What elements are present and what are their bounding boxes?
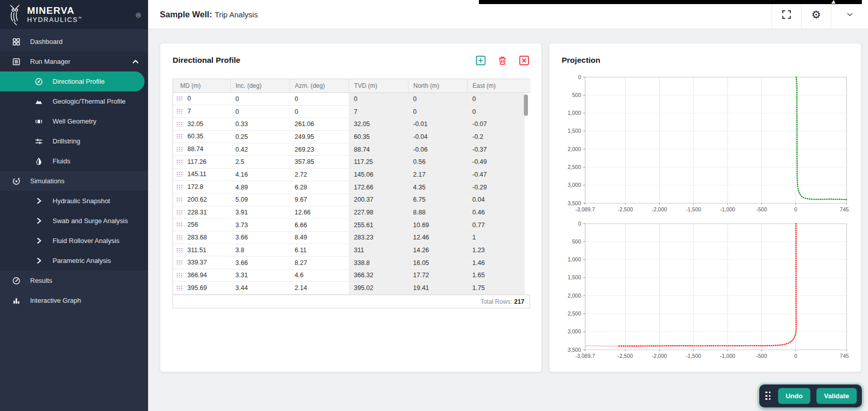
cell-value[interactable]: 0.25 bbox=[230, 131, 290, 143]
table-row[interactable]: 339.373.668.27338.816.051.46 bbox=[173, 256, 531, 269]
header-dropdown-button[interactable] bbox=[831, 0, 868, 29]
cell-value[interactable]: 6.11 bbox=[290, 244, 349, 257]
cell-value[interactable]: -0.07 bbox=[467, 118, 524, 131]
cell-value[interactable]: 338.8 bbox=[349, 256, 408, 269]
cell-value[interactable]: 32.05 bbox=[173, 118, 230, 131]
clear-table-icon[interactable] bbox=[519, 56, 529, 65]
row-drag-handle[interactable] bbox=[176, 109, 183, 114]
row-drag-handle[interactable] bbox=[176, 96, 183, 101]
cell-value[interactable]: 3.8 bbox=[230, 244, 290, 257]
cell-value[interactable]: 3.66 bbox=[230, 256, 290, 269]
cell-value[interactable]: 200.37 bbox=[349, 194, 408, 206]
table-row[interactable]: 2563.736.66255.6110.690.77 bbox=[173, 219, 531, 231]
cell-value[interactable]: -0.37 bbox=[467, 143, 524, 156]
table-row[interactable]: 283.683.668.49283.2312.461 bbox=[173, 231, 531, 244]
cell-value[interactable]: 0 bbox=[230, 92, 290, 105]
cell-value[interactable]: 269.23 bbox=[290, 143, 349, 156]
cell-value[interactable]: 4.89 bbox=[230, 181, 290, 194]
cell-value[interactable]: 249.95 bbox=[290, 131, 349, 143]
table-row[interactable]: 228.313.9112.66227.988.880.46 bbox=[173, 206, 531, 219]
row-drag-handle[interactable] bbox=[176, 273, 183, 278]
cell-value[interactable]: 172.66 bbox=[349, 181, 408, 194]
row-drag-handle[interactable] bbox=[176, 172, 183, 177]
cell-value[interactable]: 4.6 bbox=[290, 269, 349, 282]
table-row[interactable]: 000000 bbox=[173, 92, 531, 105]
row-drag-handle[interactable] bbox=[176, 260, 183, 265]
cell-value[interactable]: 145.06 bbox=[349, 168, 408, 181]
sidebar-item-drillstring[interactable]: Drillstring bbox=[0, 131, 148, 151]
cell-value[interactable]: 5.09 bbox=[230, 194, 290, 206]
cell-value[interactable]: 1.23 bbox=[467, 244, 524, 257]
table-row[interactable]: 395.693.442.14395.0219.411.75 bbox=[173, 282, 531, 295]
cell-value[interactable]: 2.17 bbox=[408, 168, 467, 181]
cell-value[interactable]: 6.66 bbox=[290, 219, 349, 231]
chevron-up-icon[interactable] bbox=[132, 58, 139, 65]
row-drag-handle[interactable] bbox=[176, 235, 183, 240]
cell-value[interactable]: -0.29 bbox=[467, 181, 524, 194]
cell-value[interactable]: 14.26 bbox=[408, 244, 467, 257]
cell-value[interactable]: -0.04 bbox=[408, 131, 467, 143]
add-row-icon[interactable] bbox=[476, 56, 486, 65]
cell-value[interactable]: 0 bbox=[349, 92, 408, 105]
toolbar-drag-handle[interactable] bbox=[764, 392, 772, 400]
cell-value[interactable]: 1 bbox=[467, 231, 524, 244]
cell-value[interactable]: 261.06 bbox=[290, 118, 349, 131]
cell-value[interactable]: 0.33 bbox=[230, 118, 290, 131]
table-row[interactable]: 700700 bbox=[173, 105, 531, 118]
cell-value[interactable]: 12.66 bbox=[290, 206, 349, 219]
cell-value[interactable]: -0.2 bbox=[467, 131, 524, 143]
cell-value[interactable]: 3.91 bbox=[230, 206, 290, 219]
cell-value[interactable]: 88.74 bbox=[173, 143, 230, 156]
table-scrollbar-thumb[interactable] bbox=[524, 94, 528, 116]
cell-value[interactable]: 6.75 bbox=[408, 194, 467, 206]
column-header-north[interactable]: North (m) bbox=[408, 79, 467, 92]
sidebar-item-fluid-rollover-analysis[interactable]: Fluid Rollover Analysis bbox=[0, 231, 148, 251]
cell-value[interactable]: 8.88 bbox=[408, 206, 467, 219]
cell-value[interactable]: 1.75 bbox=[467, 282, 524, 295]
delete-row-icon[interactable] bbox=[498, 56, 507, 65]
cell-value[interactable]: 2.72 bbox=[290, 168, 349, 181]
sidebar-item-directional-profile[interactable]: Directional Profile bbox=[0, 71, 144, 91]
cell-value[interactable]: 0.04 bbox=[467, 194, 524, 206]
sidebar-item-parametric-analysis[interactable]: Parametric Analysis bbox=[0, 251, 148, 271]
cell-value[interactable]: 10.69 bbox=[408, 219, 467, 231]
column-header-azm[interactable]: Azm. (deg) bbox=[290, 79, 349, 92]
cell-value[interactable]: 8.27 bbox=[290, 256, 349, 269]
cell-value[interactable]: 16.05 bbox=[408, 256, 467, 269]
cell-value[interactable]: 19.41 bbox=[408, 282, 467, 295]
cell-value[interactable]: 366.94 bbox=[173, 269, 230, 282]
cell-value[interactable]: 283.23 bbox=[349, 231, 408, 244]
cell-value[interactable]: 3.44 bbox=[230, 282, 290, 295]
cell-value[interactable]: 32.05 bbox=[349, 118, 408, 131]
cell-value[interactable]: 366.32 bbox=[349, 269, 408, 282]
cell-value[interactable]: 9.67 bbox=[290, 194, 349, 206]
row-drag-handle[interactable] bbox=[176, 184, 183, 189]
table-row[interactable]: 32.050.33261.0632.05-0.01-0.07 bbox=[173, 118, 531, 131]
cell-value[interactable]: 311 bbox=[349, 244, 408, 257]
sidebar-item-hydraulic-snapshot[interactable]: Hydraulic Snapshot bbox=[0, 191, 148, 211]
table-row[interactable]: 200.625.099.67200.376.750.04 bbox=[173, 194, 531, 206]
cell-value[interactable]: 0 bbox=[467, 105, 524, 118]
cell-value[interactable]: 3.66 bbox=[230, 231, 290, 244]
cell-value[interactable]: 357.85 bbox=[290, 156, 349, 168]
cell-value[interactable]: 12.46 bbox=[408, 231, 467, 244]
cell-value[interactable]: 17.72 bbox=[408, 269, 467, 282]
sidebar-item-geologic-thermal-profile[interactable]: Geologic/Thermal Profile bbox=[0, 91, 148, 111]
table-row[interactable]: 60.350.25249.9560.35-0.04-0.2 bbox=[173, 131, 531, 143]
cell-value[interactable]: 0.56 bbox=[408, 156, 467, 168]
sidebar-item-well-geometry[interactable]: Well Geometry bbox=[0, 111, 148, 131]
cell-value[interactable]: 311.51 bbox=[173, 244, 230, 257]
cell-value[interactable]: 339.37 bbox=[173, 256, 230, 269]
table-row[interactable]: 366.943.314.6366.3217.721.65 bbox=[173, 269, 531, 282]
cell-value[interactable]: 8.49 bbox=[290, 231, 349, 244]
row-drag-handle[interactable] bbox=[176, 210, 183, 215]
column-header-tvd[interactable]: TVD (m) bbox=[349, 79, 408, 92]
cell-value[interactable]: 117.25 bbox=[349, 156, 408, 168]
row-drag-handle[interactable] bbox=[176, 159, 183, 164]
cell-value[interactable]: 1.46 bbox=[467, 256, 524, 269]
sidebar-item-run-manager[interactable]: Run Manager bbox=[0, 52, 148, 71]
row-drag-handle[interactable] bbox=[176, 122, 183, 127]
column-header-east[interactable]: East (m) bbox=[467, 79, 524, 92]
cell-value[interactable]: 228.31 bbox=[173, 206, 230, 219]
cell-value[interactable]: -0.47 bbox=[467, 168, 524, 181]
